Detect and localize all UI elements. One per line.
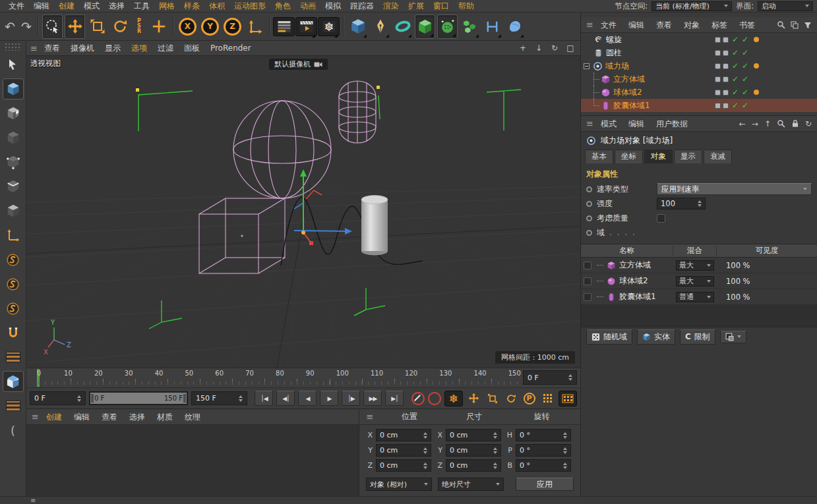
editor-visible-check[interactable]: ✓: [732, 75, 739, 83]
keyframe-circle-icon[interactable]: [586, 215, 592, 221]
layer-toggle[interactable]: [715, 63, 721, 69]
om-menu-edit[interactable]: 编辑: [622, 19, 650, 31]
history-back-icon[interactable]: ←: [739, 119, 746, 128]
panel-menu-icon[interactable]: ≡: [586, 119, 593, 128]
am-menu-edit[interactable]: 编辑: [622, 118, 650, 130]
menu-mode[interactable]: 模式: [79, 0, 104, 12]
palette-grip[interactable]: [5, 43, 22, 51]
search-icon[interactable]: [777, 20, 785, 29]
layer-toggle[interactable]: [723, 63, 729, 69]
snap-button[interactable]: [3, 322, 24, 343]
vp-menu-prorender[interactable]: ProRender: [205, 42, 257, 54]
editor-visible-check[interactable]: ✓: [732, 36, 739, 43]
layer-toggle[interactable]: [723, 90, 729, 96]
panel-menu-icon[interactable]: ≡: [30, 43, 38, 53]
tab-coordinates[interactable]: 坐标: [615, 150, 643, 163]
layer-cube-button[interactable]: [3, 371, 24, 392]
spinner-arrows-icon[interactable]: [491, 447, 497, 454]
pos-x-field[interactable]: 0 cm: [376, 429, 431, 441]
rate-type-dropdown[interactable]: 应用到速率: [657, 183, 812, 195]
menu-character[interactable]: 角色: [270, 0, 295, 12]
y-axis-lock-button[interactable]: Y: [200, 14, 220, 39]
render-visible-check[interactable]: ✓: [742, 88, 748, 96]
limit-field-button[interactable]: C 限制: [680, 329, 715, 345]
dolly-view-icon[interactable]: ↓: [533, 43, 545, 53]
psr-button[interactable]: PSR: [132, 14, 146, 39]
field-name[interactable]: 胶囊体域1: [619, 291, 656, 302]
simulation-button[interactable]: [504, 14, 525, 39]
filter-icon[interactable]: [804, 21, 812, 29]
vp-menu-filter[interactable]: 过滤: [152, 42, 179, 54]
object-name[interactable]: 域力场: [605, 61, 629, 72]
menu-create[interactable]: 创建: [54, 0, 79, 12]
size-x-field[interactable]: 0 cm: [446, 429, 501, 441]
redo-button[interactable]: ↷: [19, 14, 34, 39]
polygon-mode-button[interactable]: [3, 200, 24, 221]
mat-menu-create[interactable]: 创建: [40, 411, 68, 423]
editor-visible-check[interactable]: ✓: [732, 62, 739, 70]
end-frame-field[interactable]: 150 F: [191, 391, 247, 405]
menu-extensions[interactable]: 扩展: [404, 0, 429, 12]
camera-label[interactable]: 默认摄像机: [269, 59, 328, 70]
blend-dropdown[interactable]: 最大: [676, 276, 714, 287]
range-bar[interactable]: 0 F 150 F: [90, 393, 187, 404]
menu-tracker[interactable]: 跟踪器: [346, 0, 378, 12]
rot-h-field[interactable]: 0 °: [516, 429, 571, 441]
tab-object[interactable]: 对象: [644, 150, 673, 163]
quantize-button[interactable]: [3, 395, 24, 416]
layer-toggle[interactable]: [715, 90, 721, 96]
add-spline-pen-button[interactable]: [370, 14, 390, 39]
node-space-dropdown[interactable]: 当前 (标准/物理): [651, 1, 732, 11]
make-editable-button[interactable]: [3, 54, 24, 75]
keyframe-settings-button[interactable]: [444, 391, 463, 406]
add-field-button[interactable]: [437, 14, 458, 39]
display-color-dot[interactable]: [754, 37, 759, 42]
layer-toggle[interactable]: [715, 37, 721, 43]
add-subdivision-button[interactable]: [415, 14, 435, 39]
om-menu-tags[interactable]: 标签: [706, 19, 733, 31]
next-key-button[interactable]: ▶▶: [363, 391, 382, 406]
menu-spline[interactable]: 样条: [179, 0, 204, 12]
transform-mode-dropdown[interactable]: 对象 (相对): [366, 478, 432, 491]
apply-button[interactable]: 应用: [516, 478, 574, 491]
panel-menu-icon[interactable]: ≡: [363, 412, 377, 422]
object-name[interactable]: 球体域2: [613, 87, 642, 98]
render-visible-check[interactable]: ✓: [742, 62, 748, 70]
layer-toggle[interactable]: [715, 103, 721, 109]
keyframe-circle-icon[interactable]: [586, 230, 592, 236]
scale-tool-button[interactable]: [87, 14, 107, 39]
object-row-cylinder[interactable]: 圆柱 ✓✓: [581, 46, 817, 59]
parent-object-icon[interactable]: ↑: [764, 119, 771, 128]
strength-field[interactable]: 100: [657, 198, 706, 210]
start-frame-field[interactable]: 0 F: [30, 391, 86, 405]
object-name[interactable]: 圆柱: [606, 47, 622, 59]
mat-menu-texture[interactable]: 纹理: [179, 411, 206, 423]
previous-key-button[interactable]: ◀│: [276, 391, 295, 406]
axis-mode-button[interactable]: [3, 225, 24, 246]
field-checkbox[interactable]: [584, 277, 591, 285]
spinner-arrows-icon[interactable]: [75, 395, 81, 402]
display-color-dot[interactable]: [754, 63, 759, 69]
spinner-arrows-icon[interactable]: [560, 447, 567, 454]
tab-falloff[interactable]: 衰减: [704, 150, 732, 163]
layer-toggle[interactable]: [723, 103, 729, 109]
key-parameter-button[interactable]: P: [522, 391, 537, 406]
render-visible-check[interactable]: ✓: [742, 75, 748, 83]
layer-toggle[interactable]: [715, 76, 721, 82]
object-name[interactable]: 螺旋: [606, 34, 622, 45]
history-forward-icon[interactable]: →: [752, 119, 758, 128]
mat-menu-edit[interactable]: 编辑: [68, 411, 96, 423]
live-selection-button[interactable]: [42, 14, 63, 39]
om-menu-object[interactable]: 对象: [678, 19, 706, 31]
lock-icon[interactable]: [791, 119, 799, 128]
render-visible-check[interactable]: ✓: [742, 101, 748, 109]
add-cloner-button[interactable]: [460, 14, 480, 39]
size-mode-dropdown[interactable]: 绝对尺寸: [438, 478, 504, 491]
more-fields-button[interactable]: [720, 331, 746, 343]
consider-mass-checkbox[interactable]: [657, 214, 665, 223]
spinner-arrows-icon[interactable]: [695, 200, 702, 207]
key-position-button[interactable]: [466, 391, 481, 406]
spinner-arrows-icon[interactable]: [566, 374, 572, 381]
collapse-expander-icon[interactable]: [584, 63, 590, 69]
field-row-sphere[interactable]: 球体域2 最大 100 %: [581, 273, 817, 289]
